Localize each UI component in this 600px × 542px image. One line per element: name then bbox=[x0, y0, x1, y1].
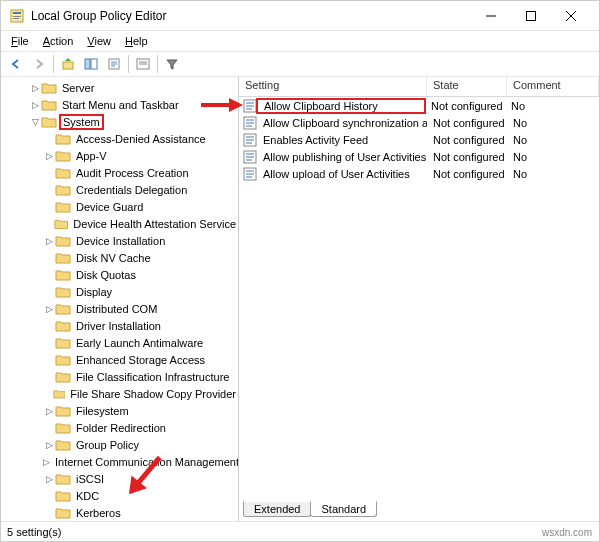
refresh-button[interactable] bbox=[132, 53, 154, 75]
tree-item[interactable]: ▷Device Installation bbox=[1, 232, 238, 249]
cell-comment: No bbox=[507, 151, 599, 163]
cell-setting: Enables Activity Feed bbox=[257, 134, 427, 146]
tree-item[interactable]: Audit Process Creation bbox=[1, 164, 238, 181]
tab-standard[interactable]: Standard bbox=[310, 501, 377, 517]
list-row[interactable]: Allow upload of User ActivitiesNot confi… bbox=[239, 165, 599, 182]
tree-item[interactable]: Device Guard bbox=[1, 198, 238, 215]
tree-item[interactable]: ▷Filesystem bbox=[1, 402, 238, 419]
list-header[interactable]: Setting State Comment bbox=[239, 77, 599, 97]
setting-icon bbox=[243, 99, 257, 113]
list-row[interactable]: Allow Clipboard synchronization across d… bbox=[239, 114, 599, 131]
tree-item[interactable]: Device Health Attestation Service bbox=[1, 215, 238, 232]
tree-item[interactable]: Disk Quotas bbox=[1, 266, 238, 283]
tree-item[interactable]: Credentials Delegation bbox=[1, 181, 238, 198]
minimize-button[interactable] bbox=[471, 1, 511, 31]
maximize-button[interactable] bbox=[511, 1, 551, 31]
tree-item[interactable]: ▽System bbox=[1, 113, 238, 130]
twisty-none bbox=[43, 167, 55, 179]
tree-item[interactable]: ▷Internet Communication Management bbox=[1, 453, 238, 470]
folder-icon bbox=[55, 438, 71, 452]
tree-item-label: Disk Quotas bbox=[74, 269, 138, 281]
tree-item[interactable]: ▷Start Menu and Taskbar bbox=[1, 96, 238, 113]
twisty-collapsed-icon[interactable]: ▷ bbox=[43, 303, 55, 315]
svg-rect-5 bbox=[527, 11, 536, 20]
tree-item[interactable]: File Share Shadow Copy Provider bbox=[1, 385, 238, 402]
twisty-collapsed-icon[interactable]: ▷ bbox=[29, 99, 41, 111]
tree-item-label: Enhanced Storage Access bbox=[74, 354, 207, 366]
twisty-none bbox=[43, 218, 54, 230]
tree-item-label: Early Launch Antimalware bbox=[74, 337, 205, 349]
tree-item[interactable]: Enhanced Storage Access bbox=[1, 351, 238, 368]
folder-icon bbox=[54, 217, 68, 231]
column-state[interactable]: State bbox=[427, 77, 507, 96]
tree-item[interactable]: Driver Installation bbox=[1, 317, 238, 334]
tree-item[interactable]: ▷Distributed COM bbox=[1, 300, 238, 317]
menu-action[interactable]: Action bbox=[37, 33, 80, 49]
tree-item-label: Start Menu and Taskbar bbox=[60, 99, 181, 111]
twisty-none bbox=[43, 184, 55, 196]
tree-item[interactable]: Access-Denied Assistance bbox=[1, 130, 238, 147]
tree-item[interactable]: File Classification Infrastructure bbox=[1, 368, 238, 385]
show-hide-tree-button[interactable] bbox=[80, 53, 102, 75]
twisty-collapsed-icon[interactable]: ▷ bbox=[43, 405, 55, 417]
cell-setting: Allow publishing of User Activities bbox=[257, 151, 427, 163]
tree-item[interactable]: Early Launch Antimalware bbox=[1, 334, 238, 351]
toolbar bbox=[1, 51, 599, 77]
tree-item[interactable]: ▷Group Policy bbox=[1, 436, 238, 453]
tab-strip: Extended Standard bbox=[239, 501, 599, 521]
folder-icon bbox=[53, 387, 66, 401]
list-body[interactable]: Allow Clipboard HistoryNot configuredNoA… bbox=[239, 97, 599, 501]
tree-item[interactable]: ▷iSCSI bbox=[1, 470, 238, 487]
tree-item-label: Disk NV Cache bbox=[74, 252, 153, 264]
tab-extended[interactable]: Extended bbox=[243, 501, 311, 517]
tree-item[interactable]: KDC bbox=[1, 487, 238, 504]
cell-comment: No bbox=[507, 134, 599, 146]
twisty-none bbox=[43, 133, 55, 145]
back-button[interactable] bbox=[5, 53, 27, 75]
twisty-collapsed-icon[interactable]: ▷ bbox=[43, 150, 55, 162]
forward-button[interactable] bbox=[28, 53, 50, 75]
status-text: 5 setting(s) bbox=[7, 526, 61, 538]
twisty-collapsed-icon[interactable]: ▷ bbox=[43, 439, 55, 451]
twisty-expanded-icon[interactable]: ▽ bbox=[29, 116, 41, 128]
twisty-none bbox=[43, 269, 55, 281]
main-area: ▷Server▷Start Menu and Taskbar▽SystemAcc… bbox=[1, 77, 599, 521]
column-comment[interactable]: Comment bbox=[507, 77, 599, 96]
tree-item-label: Access-Denied Assistance bbox=[74, 133, 208, 145]
folder-icon bbox=[41, 81, 57, 95]
twisty-collapsed-icon[interactable]: ▷ bbox=[29, 82, 41, 94]
filter-button[interactable] bbox=[161, 53, 183, 75]
cell-comment: No bbox=[505, 100, 599, 112]
properties-button[interactable] bbox=[103, 53, 125, 75]
cell-state: Not configured bbox=[427, 151, 507, 163]
twisty-collapsed-icon[interactable]: ▷ bbox=[43, 473, 55, 485]
twisty-collapsed-icon[interactable]: ▷ bbox=[43, 456, 50, 468]
tree-item[interactable]: ▷Server bbox=[1, 79, 238, 96]
close-button[interactable] bbox=[551, 1, 591, 31]
tree-item[interactable]: Folder Redirection bbox=[1, 419, 238, 436]
tree-pane[interactable]: ▷Server▷Start Menu and Taskbar▽SystemAcc… bbox=[1, 77, 239, 521]
twisty-collapsed-icon[interactable]: ▷ bbox=[43, 235, 55, 247]
list-row[interactable]: Enables Activity FeedNot configuredNo bbox=[239, 131, 599, 148]
tree-item[interactable]: Display bbox=[1, 283, 238, 300]
svg-rect-3 bbox=[13, 18, 19, 19]
menu-help[interactable]: Help bbox=[119, 33, 154, 49]
list-row[interactable]: Allow publishing of User ActivitiesNot c… bbox=[239, 148, 599, 165]
folder-icon bbox=[55, 302, 71, 316]
folder-icon bbox=[55, 489, 71, 503]
folder-icon bbox=[55, 506, 71, 520]
menu-view[interactable]: View bbox=[81, 33, 117, 49]
tree-item-label: iSCSI bbox=[74, 473, 106, 485]
column-setting[interactable]: Setting bbox=[239, 77, 427, 96]
menu-file[interactable]: File bbox=[5, 33, 35, 49]
folder-icon bbox=[55, 251, 71, 265]
tree-item[interactable]: ▷App-V bbox=[1, 147, 238, 164]
list-row[interactable]: Allow Clipboard HistoryNot configuredNo bbox=[239, 97, 599, 114]
tree-item[interactable]: Kerberos bbox=[1, 504, 238, 521]
twisty-none bbox=[43, 388, 53, 400]
up-button[interactable] bbox=[57, 53, 79, 75]
tree-item-label: System bbox=[59, 114, 104, 130]
svg-rect-10 bbox=[91, 59, 97, 69]
folder-icon bbox=[55, 200, 71, 214]
tree-item[interactable]: Disk NV Cache bbox=[1, 249, 238, 266]
